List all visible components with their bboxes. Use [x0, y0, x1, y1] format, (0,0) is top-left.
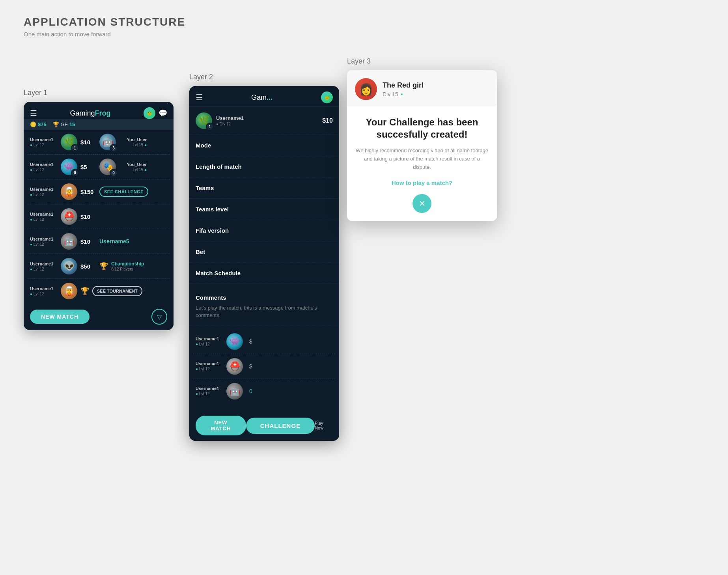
hamburger-icon[interactable]: ☰ — [30, 108, 37, 118]
modal-username: The Red girl — [383, 81, 424, 90]
opponent-level: Lvl 15 ● — [133, 168, 147, 172]
avatar-container: 👾 0 — [61, 159, 77, 175]
detail-header: ☰ Gam... 🐸 — [189, 86, 339, 107]
player-name: Username1 — [196, 336, 223, 341]
hamburger-icon[interactable]: ☰ — [196, 93, 203, 102]
schedule-label: Match Schedule — [196, 270, 241, 276]
detail-teams-level: Teams level — [189, 199, 339, 220]
detail-fifa: Fifa version — [189, 220, 339, 241]
header-icons: 🐸 💬 — [144, 107, 167, 119]
player-info: Username1 ● Lvl 12 — [30, 137, 58, 147]
avatar-container: 🌿 1 — [61, 134, 77, 150]
opponent-avatar-container: 🎭 0 — [99, 159, 116, 175]
player-info: Username1 ● Lvl 12 — [30, 261, 58, 271]
wallet-bar: 🪙 $75 🏆 GF 15 — [24, 119, 174, 130]
close-icon: ✕ — [419, 199, 426, 208]
player-avatar: 🧝 — [61, 283, 77, 299]
match-row: Username1 ● Lvl 12 👾 0 $5 🎭 0 You_User — [28, 155, 170, 179]
championship-name: Championship — [111, 261, 144, 267]
player-avatar: 👾 — [226, 333, 243, 350]
match-details-list: Mode Length of match Teams Teams level F… — [189, 135, 339, 288]
layer2-wrapper: Layer 2 ☰ Gam... 🐸 🌿 1 Username1 — [189, 73, 339, 441]
challenger-amount: $10 — [322, 117, 333, 124]
success-desc: We highly recommend recording video of a… — [355, 147, 489, 171]
challenger-avatar-container: 🌿 1 — [196, 112, 212, 129]
match-amount: $10 — [80, 213, 96, 220]
header-icons: 🐸 — [321, 91, 333, 103]
list-row: Username1 ● Lvl 12 🤖 0 — [193, 379, 335, 403]
user-list-partial: Username1 ● Lvl 12 👾 $ Username1 ● Lvl 1… — [189, 326, 339, 411]
modal-top: 👩 The Red girl Div 15 ● — [347, 70, 497, 106]
mode-label: Mode — [196, 142, 211, 149]
list-row: Username1 ● Lvl 12 👾 $ — [193, 329, 335, 354]
bet-label: Bet — [196, 248, 205, 255]
player-level: ● Lvl 12 — [30, 192, 58, 197]
player-name: Username1 — [196, 361, 223, 366]
phone-header: ☰ GamingFrog 🐸 💬 — [24, 102, 174, 119]
challenger-details: Username1 ● Div 12 — [216, 115, 244, 126]
match-row: Username1 ● Lvl 12 ⛑️ $10 — [28, 204, 170, 229]
coin-icon: 🪙 — [30, 121, 36, 127]
player-info: Username1 ● Lvl 12 — [30, 286, 58, 296]
player-avatar: 🤖 — [61, 233, 77, 250]
modal-body: Your Challenge has been succesfully crea… — [347, 106, 497, 221]
comments-text: Let's play the match, this is a message … — [196, 304, 333, 319]
layer3-label: Layer 3 — [347, 57, 497, 65]
player-level: ● Lvl 12 — [196, 342, 223, 346]
modal-avatar: 👩 — [355, 78, 377, 100]
opponent-name: You_User — [127, 162, 147, 167]
match-list: Username1 ● Lvl 12 🌿 1 $10 🤖 3 You_User — [24, 130, 174, 303]
player-level: ● Lvl 12 — [30, 267, 58, 271]
detail-teams: Teams — [189, 177, 339, 199]
match-amount: $50 — [80, 263, 96, 270]
match-amount: $10 — [80, 139, 96, 146]
player-name: Username1 — [30, 286, 58, 291]
close-button[interactable]: ✕ — [413, 194, 431, 213]
gf-icon: 🏆 — [53, 121, 59, 127]
user-avatar-sm: 🐸 — [321, 91, 333, 103]
new-match-button-l2[interactable]: NEW MATCH — [196, 416, 246, 435]
player-name: Username1 — [30, 162, 58, 167]
chat-icon[interactable]: 💬 — [159, 109, 167, 118]
layer3-wrapper: Layer 3 👩 The Red girl Div 15 ● Your Cha… — [347, 57, 497, 221]
how-to-play-link[interactable]: How to play a match? — [355, 179, 489, 186]
detail-bet: Bet — [189, 241, 339, 263]
page-title: APPLICATION STRUCTURE — [24, 16, 704, 28]
layers-container: Layer 1 ☰ GamingFrog 🐸 💬 🪙 $75 — [24, 57, 704, 441]
challenger-name: Username1 — [216, 115, 244, 121]
opponent-info: You_User Lvl 15 ● — [119, 137, 147, 147]
see-challenge-button[interactable]: SEE CHALLENGE — [99, 187, 148, 197]
logo-frog: Frog — [95, 109, 111, 117]
challenge-button[interactable]: CHALLENGE — [246, 418, 315, 434]
player-info: Username1 ● Lvl 12 — [196, 336, 223, 346]
championship-players: 8/12 Players — [111, 267, 144, 271]
see-tournament-button[interactable]: SEE TOURNAMENT — [92, 286, 142, 296]
score-badge: 1 — [71, 144, 79, 152]
challenger-info: 🌿 1 Username1 ● Div 12 $10 — [189, 107, 339, 135]
list-row: Username1 ● Lvl 12 ⛑️ $ — [193, 354, 335, 379]
player-name: Username1 — [30, 212, 58, 217]
player-level: ● Lvl 12 — [30, 217, 58, 222]
wallet-coins: 🪙 $75 — [30, 121, 47, 127]
filter-button[interactable]: ▽ — [151, 309, 167, 325]
play-now-label: Play Now — [315, 421, 333, 430]
player-avatar: 🧝 — [61, 183, 77, 200]
player-level: ● Lvl 12 — [196, 392, 223, 396]
match-row: Username1 ● Lvl 12 🌿 1 $10 🤖 3 You_User — [28, 130, 170, 155]
player-level: ● Lvl 12 — [30, 292, 58, 296]
layer2-label: Layer 2 — [189, 73, 339, 81]
player-avatar: ⛑️ — [61, 208, 77, 225]
player-info: Username1 ● Lvl 12 — [30, 187, 58, 197]
player-name: Username1 — [30, 237, 58, 241]
app-logo: GamingFrog — [70, 109, 110, 118]
comments-title: Comments — [196, 294, 333, 301]
match-amount: $5 — [80, 164, 96, 170]
app-logo-partial: Gam... — [251, 93, 273, 102]
detail-length: Length of match — [189, 156, 339, 177]
logo-gaming: Gaming — [70, 109, 95, 117]
new-match-button[interactable]: NEW MATCH — [30, 310, 90, 324]
match-row: Username1 ● Lvl 12 🤖 $10 Username5 — [28, 229, 170, 254]
layer1-phone: ☰ GamingFrog 🐸 💬 🪙 $75 🏆 GF 15 — [24, 102, 174, 330]
player-level: ● Lvl 12 — [30, 143, 58, 147]
detail-schedule: Match Schedule — [189, 263, 339, 284]
